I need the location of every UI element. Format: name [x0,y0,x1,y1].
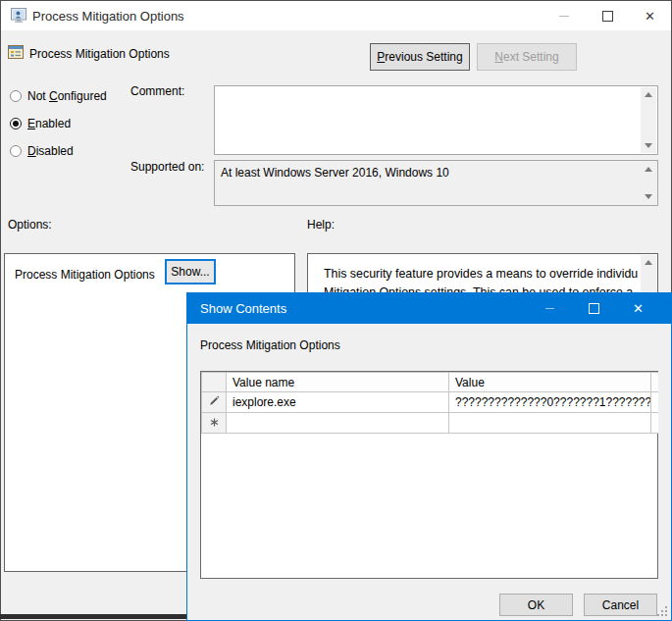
help-label: Help: [307,218,335,232]
minimize-icon [545,308,554,309]
scroll-up-icon[interactable] [645,260,652,265]
cell-value[interactable]: ??????????????0???????1???????1 [449,392,651,413]
setting-heading: Process Mitigation Options [29,47,170,61]
radio-circle-checked [10,118,22,129]
close-icon: ✕ [633,301,644,316]
scroll-up-icon[interactable] [645,92,652,97]
minimize-button[interactable] [542,1,586,30]
radio-disabled[interactable]: Disabled [10,144,74,158]
dialog-titlebar[interactable]: Show Contents ✕ [187,293,671,324]
scroll-down-icon[interactable] [645,143,652,148]
comment-label: Comment: [130,84,184,98]
close-icon: ✕ [645,9,655,24]
supported-scrollbar[interactable] [641,162,656,204]
maximize-icon [602,11,613,22]
dialog-setting-label: Process Mitigation Options [200,338,340,352]
edit-pencil-icon [202,392,227,413]
options-label: Options: [8,218,52,232]
group-policy-icon [11,8,26,26]
main-window-title: Process Mitigation Options [32,9,184,24]
new-row-asterisk-icon [202,413,227,434]
supported-on-field: At least Windows Server 2016, Windows 10 [214,160,658,206]
radio-enabled[interactable]: Enabled [10,117,71,130]
maximize-button[interactable] [586,1,630,30]
cancel-button[interactable]: Cancel [584,594,657,616]
dialog-title: Show Contents [200,301,286,316]
resize-grip[interactable] [655,604,667,616]
dialog-maximize-button[interactable] [572,293,616,323]
policy-setting-icon [8,44,24,63]
comment-scrollbar[interactable] [641,87,656,153]
column-header-value[interactable]: Value [449,373,651,392]
ok-button[interactable]: OK [499,594,573,616]
show-contents-dialog: Show Contents ✕ Process Mitigation Optio… [186,292,672,621]
radio-not-configured[interactable]: Not Configured [10,89,107,103]
screenshot-root: Process Mitigation Options ✕ Process Mit… [0,0,672,621]
radio-circle [10,90,22,102]
cell-value-empty[interactable] [449,413,651,434]
supported-on-value: At least Windows Server 2016, Windows 10 [221,166,449,180]
grid-header-row: Value name Value [202,373,658,392]
maximize-icon [589,303,599,314]
previous-setting-button[interactable]: Previous Setting [370,43,470,71]
dialog-close-button[interactable]: ✕ [616,293,660,323]
cell-value-name[interactable]: iexplore.exe [227,392,449,413]
show-button[interactable]: Show... [165,259,216,285]
scroll-up-icon[interactable] [645,167,652,172]
row-selector-header [202,373,227,392]
close-button[interactable]: ✕ [628,1,672,30]
comment-input[interactable] [214,85,658,155]
values-grid[interactable]: Value name Value iexplore.exe ??????????… [200,371,658,579]
option-setting-name: Process Mitigation Options [15,268,155,282]
supported-on-label: Supported on: [130,160,204,174]
grid-new-row[interactable] [202,413,658,434]
minimize-icon [559,16,569,17]
next-setting-button[interactable]: Next Setting [477,43,577,71]
cell-value-name-empty[interactable] [227,413,449,434]
grid-row-iexplore[interactable]: iexplore.exe ??????????????0???????1????… [202,392,658,413]
main-titlebar[interactable]: Process Mitigation Options ✕ [1,1,671,30]
radio-circle [10,145,22,157]
scroll-down-icon[interactable] [645,194,652,199]
column-header-value-name[interactable]: Value name [227,373,449,392]
dialog-minimize-button[interactable] [528,293,572,323]
